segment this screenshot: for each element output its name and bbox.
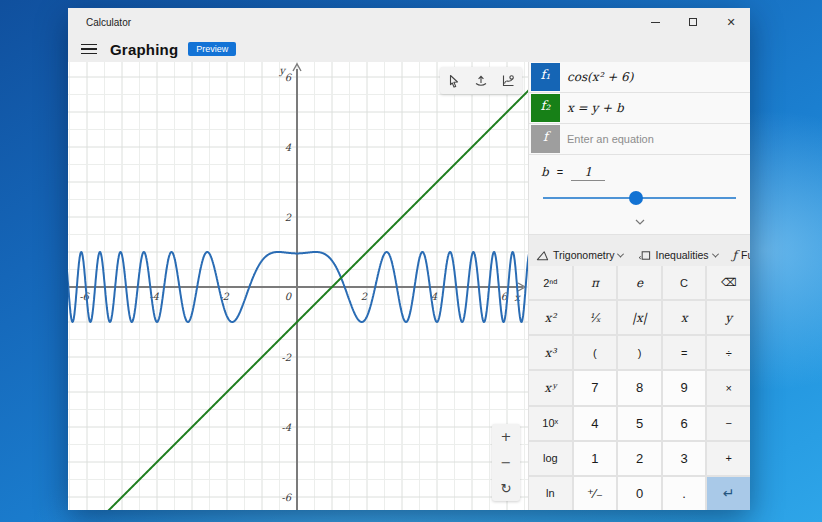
b-slider-thumb[interactable] [629,191,643,205]
x-tick-label: 2 [361,291,368,302]
key-euler[interactable]: e [618,266,661,299]
key-open-paren[interactable]: ( [574,336,617,369]
graph-canvas[interactable]: -6-4-2246642-2-4-60yx [68,62,528,510]
f2-tile[interactable]: f₂ [531,94,560,122]
content: -6-4-2246642-2-4-60yx [68,62,750,510]
minimize-icon [651,22,660,23]
zoom-out-button[interactable]: − [492,450,520,476]
maximize-icon [689,18,697,26]
slider-value-field[interactable]: 1 [571,165,605,181]
app-header: Graphing Preview [68,36,750,62]
origin-label: 0 [285,291,293,302]
slider-label-row: b = 1 [541,165,738,181]
hamburger-icon [81,44,97,46]
chevron-down-icon [712,250,719,257]
reset-view-button[interactable]: ↻ [492,475,520,501]
y-tick-label: -6 [281,492,292,503]
key-var-y[interactable]: y [707,301,750,334]
keypad: 2ⁿᵈπeC⌫x²¹⁄ₓ|x|xyx³()=÷xʸ789×10ˣ456−log1… [529,266,750,510]
key-add[interactable]: + [707,442,750,475]
key-divide[interactable]: ÷ [707,336,750,369]
equation-row-2: f₂ x = y + b [529,93,750,124]
calculator-window: Calculator ✕ Graphing Preview -6-4-22466… [68,8,750,510]
slider-variable-label: b [541,165,549,179]
variable-slider-section: b = 1 [529,155,750,235]
trigonometry-icon [536,249,549,262]
key-x-squared[interactable]: x² [529,301,572,334]
panel-gap [529,235,750,244]
f2-equation-input[interactable]: x = y + b [567,101,624,115]
key-pi[interactable]: π [574,266,617,299]
window-title: Calculator [86,17,636,28]
y-tick-label: 4 [285,142,292,153]
key-var-x[interactable]: x [663,301,706,334]
key-three[interactable]: 3 [663,442,706,475]
function-category-bar: Trigonometry Inequalities ƒ Function [529,244,750,266]
preview-badge: Preview [188,42,236,56]
key-clear[interactable]: C [663,266,706,299]
titlebar: Calculator ✕ [68,8,750,36]
key-nine[interactable]: 9 [663,371,706,404]
key-two[interactable]: 2 [618,442,661,475]
graph-pane: -6-4-2246642-2-4-60yx [68,62,528,510]
key-seven[interactable]: 7 [574,371,617,404]
key-four[interactable]: 4 [574,407,617,440]
inequalities-dropdown[interactable]: Inequalities [638,249,717,262]
equation-panel: f₁ cos(x² + 6) f₂ x = y + b f Enter an e… [528,62,750,510]
key-multiply[interactable]: × [707,371,750,404]
key-x-power-y[interactable]: xʸ [529,371,572,404]
zoom-in-button[interactable]: + [492,424,520,450]
equation-row-1: f₁ cos(x² + 6) [529,62,750,93]
inequalities-icon [638,249,651,262]
new-equation-input[interactable]: Enter an equation [567,133,654,145]
graph-options-button[interactable] [496,68,521,93]
key-subtract[interactable]: − [707,407,750,440]
y-tick-label: 2 [285,212,292,223]
page-title: Graphing [110,41,178,58]
key-second[interactable]: 2ⁿᵈ [529,266,572,299]
b-slider-track[interactable] [543,197,736,199]
key-plus-minus[interactable]: ⁺⁄₋ [574,477,617,510]
trace-pointer-button[interactable] [441,68,466,93]
key-enter[interactable]: ↵ [707,477,750,510]
f3-tile[interactable]: f [531,125,560,153]
key-close-paren[interactable]: ) [618,336,661,369]
y-tick-label: -2 [281,352,291,363]
collapse-slider-button[interactable] [629,211,651,230]
f1-tile[interactable]: f₁ [531,63,560,91]
key-one-over-x[interactable]: ¹⁄ₓ [574,301,617,334]
chevron-down-icon [617,250,624,257]
function-dropdown[interactable]: ƒ Function [733,248,750,262]
desktop-wallpaper: Calculator ✕ Graphing Preview -6-4-22466… [0,0,822,522]
key-five[interactable]: 5 [618,407,661,440]
key-equals[interactable]: = [663,336,706,369]
graph-options-icon [501,74,515,88]
key-x-cubed[interactable]: x³ [529,336,572,369]
key-decimal[interactable]: . [663,477,706,510]
key-log[interactable]: log [529,442,572,475]
key-absolute-value[interactable]: |x| [618,301,661,334]
close-button[interactable]: ✕ [712,8,750,36]
key-ln[interactable]: ln [529,477,572,510]
key-zero[interactable]: 0 [618,477,661,510]
pointer-icon [447,74,461,88]
key-eight[interactable]: 8 [618,371,661,404]
key-ten-power-x[interactable]: 10ˣ [529,407,572,440]
x-tick-label: -6 [79,291,90,302]
share-icon [474,74,488,88]
graph-zoom-controls: + − ↻ [492,424,520,501]
key-six[interactable]: 6 [663,407,706,440]
caption-buttons: ✕ [636,8,750,36]
maximize-button[interactable] [674,8,712,36]
graph-toolbar [440,67,522,94]
hamburger-menu-button[interactable] [78,39,100,59]
share-button[interactable] [468,68,493,93]
trigonometry-dropdown[interactable]: Trigonometry [536,249,623,262]
y-tick-label: -4 [281,422,291,433]
f1-equation-input[interactable]: cos(x² + 6) [567,70,633,84]
chevron-down-icon [635,219,645,225]
key-backspace[interactable]: ⌫ [707,266,750,299]
key-one[interactable]: 1 [574,442,617,475]
minimize-button[interactable] [636,8,674,36]
slider-equals-sign: = [557,166,563,178]
